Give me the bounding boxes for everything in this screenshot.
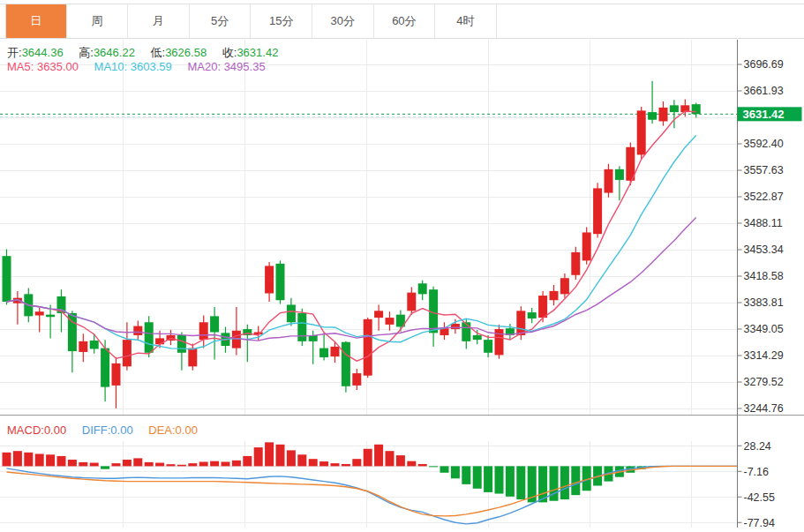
axis-tick-label: 3696.69 xyxy=(744,58,784,71)
diff-value: 0.00 xyxy=(110,423,132,437)
macd-bar xyxy=(145,462,154,467)
candle-body xyxy=(473,335,482,340)
open-label: 开: xyxy=(7,46,22,59)
macd-value: 0.00 xyxy=(44,423,66,437)
macd-lines-layer xyxy=(7,466,738,524)
candle-body xyxy=(276,264,285,300)
candle-body xyxy=(123,340,131,366)
macd-bar xyxy=(484,466,492,491)
candle-body xyxy=(364,319,372,376)
candle-body xyxy=(112,363,121,386)
macd-bar xyxy=(297,454,306,466)
axis-tick-label: 3488.11 xyxy=(744,217,783,229)
candle-body xyxy=(440,328,449,335)
current-price-badge: 3631.42 xyxy=(738,107,802,121)
candle-body xyxy=(331,347,340,356)
candle-body xyxy=(451,324,460,329)
macd-bar xyxy=(177,465,186,467)
macd-label: MACD: xyxy=(7,423,44,437)
macd-bar xyxy=(35,453,44,466)
macd-bar xyxy=(331,463,340,466)
candle-body xyxy=(418,283,427,294)
macd-bar xyxy=(516,466,525,499)
candle-body xyxy=(605,169,613,193)
dea-value: 0.00 xyxy=(176,423,198,437)
axis-tick-label: 3244.76 xyxy=(744,402,784,415)
diff-line xyxy=(7,466,738,524)
macd-bar xyxy=(155,463,164,467)
macd-bar xyxy=(254,447,263,466)
macd-bar xyxy=(57,456,66,466)
candle-body xyxy=(46,315,55,318)
macd-bar xyxy=(319,461,328,466)
axis-tick-label: 3661.93 xyxy=(744,85,784,97)
ma20-line xyxy=(7,218,696,341)
candle-body xyxy=(352,373,361,386)
macd-bar xyxy=(167,464,176,466)
candle-body xyxy=(177,335,186,353)
candle-body xyxy=(538,296,547,318)
macd-bar xyxy=(342,464,350,466)
axis-tick-label: 3592.40 xyxy=(744,138,784,150)
macd-bar xyxy=(396,455,405,466)
ma20-value: 3495.35 xyxy=(224,60,266,73)
macd-bar xyxy=(560,466,569,499)
axis-tick-label: 3279.52 xyxy=(744,376,784,388)
macd-bar xyxy=(210,461,219,467)
candle-body xyxy=(265,266,274,293)
macd-bar xyxy=(243,456,252,466)
axis-tick-label: 3383.81 xyxy=(744,296,784,309)
candle-body xyxy=(659,108,668,122)
candle-body xyxy=(462,322,470,341)
low-value: 3626.58 xyxy=(165,46,207,59)
candle-body xyxy=(571,252,580,275)
macd-bar xyxy=(265,442,274,466)
macd-bar xyxy=(101,466,109,468)
high-value: 3646.22 xyxy=(94,46,135,59)
close-value: 3631.42 xyxy=(237,46,278,59)
candle-body xyxy=(593,188,602,234)
candle-body xyxy=(692,104,701,114)
high-label: 高: xyxy=(79,46,94,59)
candle-body xyxy=(342,342,350,386)
candle-body xyxy=(90,341,99,348)
kline-chart-window: 3696.693661.933592.403557.633522.873488.… xyxy=(0,0,804,532)
axis-tick-label: 3349.05 xyxy=(744,323,784,335)
macd-bar xyxy=(232,461,241,467)
candle-body xyxy=(637,110,646,154)
candle-body xyxy=(484,340,492,353)
macd-bar xyxy=(46,454,55,466)
macd-bar xyxy=(90,463,99,467)
candle-body xyxy=(210,316,219,332)
macd-bar xyxy=(506,466,515,496)
candle-body xyxy=(319,348,328,357)
candle-body xyxy=(133,326,142,335)
macd-bar xyxy=(68,460,77,466)
candle-body xyxy=(297,313,306,341)
dea-label: DEA: xyxy=(148,423,175,437)
ohlc-readout: 开:3644.36 高:3646.22 低:3626.58 收:3631.42 xyxy=(7,45,290,61)
current-price-value: 3631.42 xyxy=(743,108,785,121)
macd-bar xyxy=(79,462,87,467)
axis-tick-label: 3314.29 xyxy=(744,349,784,362)
ma10-line xyxy=(7,136,696,349)
macd-bar xyxy=(188,463,197,466)
macd-bar xyxy=(199,461,208,466)
macd-bar xyxy=(407,461,416,467)
candle-body xyxy=(386,318,394,325)
candle-body xyxy=(101,348,109,387)
macd-bar xyxy=(571,466,580,495)
close-label: 收: xyxy=(222,46,237,59)
axis-tick-label: -7.16 xyxy=(744,466,770,478)
macd-histogram-layer xyxy=(0,442,737,502)
ma5-value: 3635.00 xyxy=(37,60,79,73)
macd-bar xyxy=(386,451,394,466)
macd-bar xyxy=(112,463,121,466)
candle-body xyxy=(648,112,657,120)
chart-canvas[interactable]: 3696.693661.933592.403557.633522.873488.… xyxy=(0,0,804,532)
diff-label: DIFF: xyxy=(82,423,111,437)
candle-body xyxy=(188,348,197,367)
ma5-line xyxy=(7,111,696,361)
axis-tick-label: 3557.63 xyxy=(744,164,784,176)
ma-lines-layer xyxy=(7,111,696,361)
